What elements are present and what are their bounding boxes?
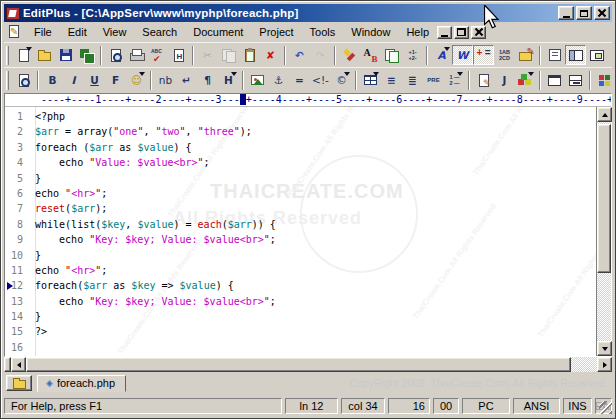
menu-item-help[interactable]: Help (398, 24, 437, 40)
script-icon[interactable]: J (494, 70, 515, 90)
document-list-icon[interactable] (544, 45, 565, 65)
sidebar-toggle-icon[interactable] (565, 45, 586, 65)
code-text[interactable]: } (29, 248, 41, 263)
code-text[interactable]: echo "Value: $value<br>"; (29, 155, 210, 170)
code-text[interactable]: ?> (29, 324, 47, 339)
vertical-scrollbar[interactable] (596, 107, 611, 356)
paragraph-icon[interactable]: ¶ (197, 70, 218, 90)
preformatted-icon[interactable]: PRE (423, 70, 444, 90)
mdi-close-button[interactable] (471, 26, 486, 39)
bold-icon[interactable]: B (42, 70, 63, 90)
image-icon[interactable] (247, 70, 268, 90)
scroll-left-button[interactable] (11, 357, 26, 372)
find-in-files-icon[interactable] (381, 45, 402, 65)
horizontal-scrollbar[interactable] (4, 357, 612, 372)
print-icon[interactable] (126, 45, 147, 65)
table-icon[interactable] (360, 70, 381, 90)
code-text[interactable] (29, 340, 35, 355)
syntax-template-icon[interactable] (515, 45, 536, 65)
horizontal-rule-icon[interactable]: = (289, 70, 310, 90)
nbsp-icon[interactable]: nb (155, 70, 176, 90)
status-column: col 34 (341, 398, 385, 414)
tab-indent-icon[interactable] (473, 45, 494, 65)
font-icon[interactable]: A (431, 45, 452, 65)
file-panel-button[interactable] (6, 375, 32, 391)
horizontal-scroll-thumb[interactable] (26, 357, 571, 372)
toolbar-grip[interactable] (6, 46, 9, 65)
vertical-scroll-thumb[interactable] (597, 124, 611, 273)
save-all-icon[interactable] (76, 45, 97, 65)
scroll-down-button[interactable] (597, 341, 612, 356)
underline-icon[interactable]: U (84, 70, 105, 90)
code-pane[interactable]: THAICREATE.COM All Rights Reserved ThaiC… (5, 107, 596, 356)
code-text[interactable]: while(list($key, $value) = each($arr)) { (29, 217, 276, 232)
scroll-right-button[interactable] (597, 357, 612, 372)
menu-item-view[interactable]: View (95, 24, 135, 40)
cliptext-icon[interactable] (586, 45, 607, 65)
anchor-icon[interactable]: ⚓ (268, 70, 289, 90)
spell-check-icon[interactable] (147, 45, 168, 65)
mdi-minimize-button[interactable] (437, 26, 452, 39)
split-window-icon[interactable] (565, 70, 586, 90)
new-file-icon[interactable] (13, 45, 34, 65)
code-text[interactable]: foreach($arr as $key => $value) { (29, 278, 234, 293)
menu-item-document[interactable]: Document (185, 24, 251, 40)
scroll-up-button[interactable] (597, 107, 612, 122)
menu-item-edit[interactable]: Edit (60, 24, 95, 40)
object-icon[interactable] (515, 70, 536, 90)
print-preview-icon[interactable] (105, 45, 126, 65)
undo-icon[interactable]: ↶ (289, 45, 310, 65)
find-icon[interactable] (339, 45, 360, 65)
align-right-icon[interactable]: ≣ (402, 70, 423, 90)
tile-windows-icon[interactable] (594, 70, 612, 90)
replace-icon[interactable] (360, 45, 381, 65)
maximize-button[interactable] (576, 6, 592, 20)
form-icon[interactable] (473, 70, 494, 90)
horizontal-scroll-track[interactable] (26, 357, 597, 372)
font-face-icon[interactable]: F (105, 70, 126, 90)
tab-foreach-php[interactable]: ◈ foreach.php (37, 375, 126, 392)
line-number-icon[interactable]: 1AB2CD (494, 45, 515, 65)
splitter-handle[interactable] (4, 357, 11, 372)
special-character-icon[interactable]: © (331, 70, 352, 90)
document-system-menu-icon[interactable] (6, 24, 24, 40)
paste-icon[interactable] (239, 45, 260, 65)
close-button[interactable] (594, 6, 610, 20)
app-icon[interactable] (6, 7, 20, 20)
mdi-restore-button[interactable] (454, 26, 469, 39)
code-text[interactable]: echo "Key: $key; Value: $value<br>"; (29, 232, 276, 247)
html-document-icon[interactable] (168, 45, 189, 65)
toolbar-grip[interactable] (6, 71, 9, 90)
comment-icon[interactable]: <!- (310, 70, 331, 90)
code-text[interactable]: echo "<hr>"; (29, 186, 107, 201)
new-window-icon[interactable] (544, 70, 565, 90)
code-text[interactable]: echo "Key: $key; Value: $value<br>"; (29, 294, 276, 309)
next-bookmark-icon[interactable]: +1-+2- (402, 45, 423, 65)
resize-grip[interactable] (599, 401, 612, 414)
heading-icon[interactable]: H (218, 70, 239, 90)
vertical-scroll-track[interactable] (597, 122, 611, 341)
menu-item-project[interactable]: Project (251, 24, 301, 40)
code-text[interactable]: } (29, 309, 41, 324)
code-text[interactable]: <?php (29, 109, 65, 124)
menu-item-file[interactable]: File (26, 24, 60, 40)
menu-item-tools[interactable]: Tools (302, 24, 344, 40)
menu-item-window[interactable]: Window (343, 24, 398, 40)
align-center-icon[interactable]: ≡ (381, 70, 402, 90)
save-icon[interactable] (55, 45, 76, 65)
code-text[interactable]: echo "<hr>"; (29, 263, 107, 278)
code-text[interactable]: foreach ($arr as $value) { (29, 140, 192, 155)
ordered-list-icon[interactable]: 1 —2 — (444, 70, 465, 90)
emoticon-icon[interactable]: ☺ (126, 70, 147, 90)
code-text[interactable]: $arr = array("one", "two", "three"); (29, 124, 252, 139)
code-text[interactable]: } (29, 171, 41, 186)
code-text[interactable]: reset($arr); (29, 201, 107, 216)
browser-preview-icon[interactable] (13, 70, 34, 90)
open-file-icon[interactable] (34, 45, 55, 65)
menu-item-search[interactable]: Search (134, 24, 185, 40)
word-wrap-icon[interactable]: W (452, 45, 473, 65)
italic-icon[interactable]: I (63, 70, 84, 90)
delete-icon[interactable]: ✘ (260, 45, 281, 65)
minimize-button[interactable] (558, 6, 574, 20)
line-break-icon[interactable]: ↵ (176, 70, 197, 90)
